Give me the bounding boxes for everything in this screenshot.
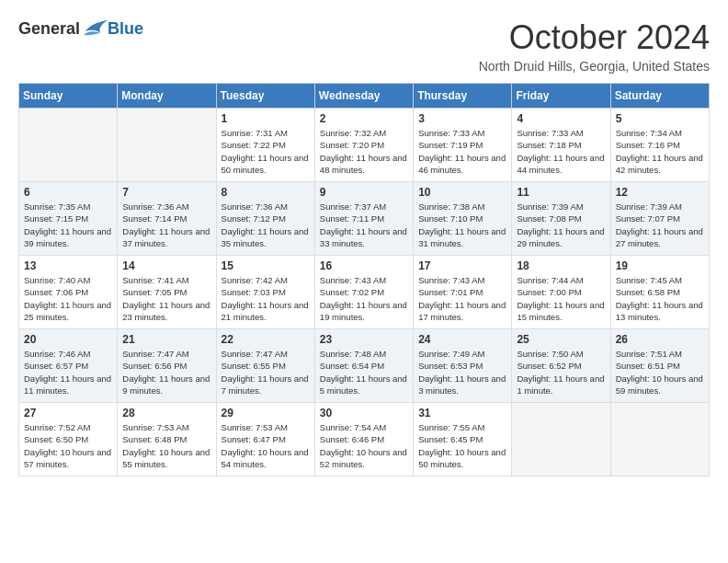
location-subtitle: North Druid Hills, Georgia, United State…: [479, 59, 710, 74]
day-info: Sunrise: 7:47 AM Sunset: 6:56 PM Dayligh…: [122, 348, 210, 396]
calendar-week-row: 20Sunrise: 7:46 AM Sunset: 6:57 PM Dayli…: [19, 329, 710, 403]
day-info: Sunrise: 7:31 AM Sunset: 7:22 PM Dayligh…: [222, 127, 310, 176]
calendar-day-cell: 15Sunrise: 7:42 AM Sunset: 7:03 PM Dayli…: [216, 256, 314, 329]
calendar-day-header: Thursday: [414, 84, 512, 109]
day-info: Sunrise: 7:45 AM Sunset: 6:58 PM Dayligh…: [616, 274, 704, 323]
day-info: Sunrise: 7:42 AM Sunset: 7:03 PM Dayligh…: [222, 274, 310, 323]
day-info: Sunrise: 7:52 AM Sunset: 6:50 PM Dayligh…: [24, 421, 112, 470]
calendar-day-cell: 27Sunrise: 7:52 AM Sunset: 6:50 PM Dayli…: [19, 403, 118, 477]
day-info: Sunrise: 7:53 AM Sunset: 6:48 PM Dayligh…: [122, 421, 210, 470]
calendar-day-cell: 16Sunrise: 7:43 AM Sunset: 7:02 PM Dayli…: [314, 256, 413, 329]
calendar-day-cell: [19, 109, 118, 182]
calendar-day-cell: 9Sunrise: 7:37 AM Sunset: 7:11 PM Daylig…: [314, 182, 413, 256]
calendar-day-cell: [610, 403, 709, 477]
day-info: Sunrise: 7:48 AM Sunset: 6:54 PM Dayligh…: [320, 348, 408, 396]
day-number: 1: [222, 112, 310, 125]
month-title: October 2024: [479, 18, 710, 57]
day-info: Sunrise: 7:53 AM Sunset: 6:47 PM Dayligh…: [222, 421, 310, 470]
calendar-week-row: 1Sunrise: 7:31 AM Sunset: 7:22 PM Daylig…: [19, 109, 710, 182]
calendar-day-cell: 28Sunrise: 7:53 AM Sunset: 6:48 PM Dayli…: [118, 403, 216, 477]
calendar-day-cell: 20Sunrise: 7:46 AM Sunset: 6:57 PM Dayli…: [19, 329, 118, 403]
calendar-day-cell: 7Sunrise: 7:36 AM Sunset: 7:14 PM Daylig…: [118, 182, 216, 256]
calendar-day-cell: 17Sunrise: 7:43 AM Sunset: 7:01 PM Dayli…: [414, 256, 512, 329]
day-info: Sunrise: 7:43 AM Sunset: 7:01 PM Dayligh…: [418, 274, 506, 323]
calendar-day-cell: 31Sunrise: 7:55 AM Sunset: 6:45 PM Dayli…: [414, 403, 512, 477]
day-number: 3: [418, 112, 506, 125]
day-info: Sunrise: 7:55 AM Sunset: 6:45 PM Dayligh…: [418, 421, 506, 470]
day-number: 21: [122, 333, 210, 346]
day-number: 6: [24, 186, 112, 199]
logo: General Blue: [18, 18, 143, 39]
calendar-day-cell: 12Sunrise: 7:39 AM Sunset: 7:07 PM Dayli…: [610, 182, 709, 256]
calendar-day-cell: 18Sunrise: 7:44 AM Sunset: 7:00 PM Dayli…: [512, 256, 610, 329]
calendar-day-cell: [118, 109, 216, 182]
day-number: 18: [517, 259, 605, 272]
calendar-day-cell: 30Sunrise: 7:54 AM Sunset: 6:46 PM Dayli…: [314, 403, 413, 477]
day-number: 4: [517, 112, 605, 125]
calendar-day-cell: 5Sunrise: 7:34 AM Sunset: 7:16 PM Daylig…: [610, 109, 709, 182]
day-number: 20: [24, 333, 112, 346]
day-number: 2: [320, 112, 408, 125]
calendar-day-cell: 8Sunrise: 7:36 AM Sunset: 7:12 PM Daylig…: [216, 182, 314, 256]
day-number: 23: [320, 333, 408, 346]
day-number: 12: [616, 186, 704, 199]
day-number: 8: [222, 186, 310, 199]
day-number: 28: [122, 407, 210, 419]
day-info: Sunrise: 7:37 AM Sunset: 7:11 PM Dayligh…: [320, 201, 408, 249]
calendar-header-row: SundayMondayTuesdayWednesdayThursdayFrid…: [19, 84, 710, 109]
day-number: 29: [222, 407, 310, 419]
day-number: 10: [418, 186, 506, 199]
logo-blue-text: Blue: [108, 19, 143, 39]
calendar-day-header: Sunday: [19, 84, 118, 109]
day-info: Sunrise: 7:49 AM Sunset: 6:53 PM Dayligh…: [418, 348, 506, 396]
calendar-day-header: Wednesday: [314, 84, 413, 109]
calendar-week-row: 6Sunrise: 7:35 AM Sunset: 7:15 PM Daylig…: [19, 182, 710, 256]
calendar-day-cell: [512, 403, 610, 477]
calendar-day-cell: 1Sunrise: 7:31 AM Sunset: 7:22 PM Daylig…: [216, 109, 314, 182]
day-number: 15: [222, 259, 310, 272]
day-info: Sunrise: 7:39 AM Sunset: 7:08 PM Dayligh…: [517, 201, 605, 249]
day-info: Sunrise: 7:44 AM Sunset: 7:00 PM Dayligh…: [517, 274, 605, 323]
calendar-day-cell: 14Sunrise: 7:41 AM Sunset: 7:05 PM Dayli…: [118, 256, 216, 329]
calendar-day-cell: 2Sunrise: 7:32 AM Sunset: 7:20 PM Daylig…: [314, 109, 413, 182]
calendar-day-cell: 6Sunrise: 7:35 AM Sunset: 7:15 PM Daylig…: [19, 182, 118, 256]
day-number: 19: [616, 259, 704, 272]
day-info: Sunrise: 7:47 AM Sunset: 6:55 PM Dayligh…: [222, 348, 310, 396]
day-number: 7: [122, 186, 210, 199]
calendar-day-header: Saturday: [610, 84, 709, 109]
calendar-day-cell: 23Sunrise: 7:48 AM Sunset: 6:54 PM Dayli…: [314, 329, 413, 403]
day-info: Sunrise: 7:41 AM Sunset: 7:05 PM Dayligh…: [122, 274, 210, 323]
logo-bird-icon: [82, 18, 108, 39]
calendar-day-cell: 10Sunrise: 7:38 AM Sunset: 7:10 PM Dayli…: [414, 182, 512, 256]
day-number: 26: [616, 333, 704, 346]
logo-general-text: General: [18, 19, 80, 39]
day-info: Sunrise: 7:32 AM Sunset: 7:20 PM Dayligh…: [320, 127, 408, 176]
day-info: Sunrise: 7:46 AM Sunset: 6:57 PM Dayligh…: [24, 348, 112, 396]
day-number: 5: [616, 112, 704, 125]
calendar-day-cell: 25Sunrise: 7:50 AM Sunset: 6:52 PM Dayli…: [512, 329, 610, 403]
day-number: 27: [24, 407, 112, 419]
day-info: Sunrise: 7:33 AM Sunset: 7:18 PM Dayligh…: [517, 127, 605, 176]
title-block: October 2024 North Druid Hills, Georgia,…: [479, 18, 710, 74]
page-header: General Blue October 2024 North Druid Hi…: [18, 18, 710, 74]
day-number: 24: [418, 333, 506, 346]
day-number: 30: [320, 407, 408, 419]
calendar-day-cell: 26Sunrise: 7:51 AM Sunset: 6:51 PM Dayli…: [610, 329, 709, 403]
calendar-day-cell: 21Sunrise: 7:47 AM Sunset: 6:56 PM Dayli…: [118, 329, 216, 403]
day-number: 16: [320, 259, 408, 272]
day-info: Sunrise: 7:35 AM Sunset: 7:15 PM Dayligh…: [24, 201, 112, 249]
day-info: Sunrise: 7:36 AM Sunset: 7:12 PM Dayligh…: [222, 201, 310, 249]
calendar-day-cell: 4Sunrise: 7:33 AM Sunset: 7:18 PM Daylig…: [512, 109, 610, 182]
calendar-day-header: Friday: [512, 84, 610, 109]
day-info: Sunrise: 7:54 AM Sunset: 6:46 PM Dayligh…: [320, 421, 408, 470]
day-number: 17: [418, 259, 506, 272]
day-number: 25: [517, 333, 605, 346]
day-info: Sunrise: 7:38 AM Sunset: 7:10 PM Dayligh…: [418, 201, 506, 249]
calendar-day-cell: 3Sunrise: 7:33 AM Sunset: 7:19 PM Daylig…: [414, 109, 512, 182]
calendar-day-header: Tuesday: [216, 84, 314, 109]
calendar-day-header: Monday: [118, 84, 216, 109]
day-info: Sunrise: 7:51 AM Sunset: 6:51 PM Dayligh…: [616, 348, 704, 396]
day-info: Sunrise: 7:43 AM Sunset: 7:02 PM Dayligh…: [320, 274, 408, 323]
day-number: 14: [122, 259, 210, 272]
day-number: 11: [517, 186, 605, 199]
